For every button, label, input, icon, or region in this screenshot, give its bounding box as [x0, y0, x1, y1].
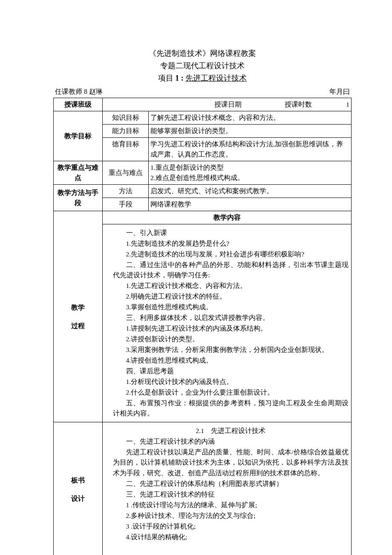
document-page: 《先进制造技术》网络课程教案 专题二现代工程设计技术 项目 1 : 先进工程设计…	[0, 0, 392, 555]
process-line: 2.什么是创新设计，企业为什么要注重创新设计。	[113, 387, 349, 398]
text-method: 启发式、研究式、讨论式和案例式教学。	[149, 185, 352, 198]
label-hours: 授课时数	[243, 99, 312, 110]
keydiff-line-2: 2.难点是创造性思维模式构成。	[150, 173, 349, 183]
class-info-cell: 授课日期 授课时数 1	[103, 98, 352, 111]
title-line-2: 专题二现代工程设计技术	[53, 60, 352, 72]
label-key-difficult: 教学重点与难点	[54, 161, 103, 185]
project-name: 先进工程设计技术	[185, 74, 247, 82]
label-key-difficult-sub: 重点与难点	[103, 161, 149, 185]
text-key-difficult: 1.重点是创新设计的类型 2.难点是创造性思维模式构成。	[149, 161, 352, 185]
process-line: 4.讲授创造性思维模式构成。	[113, 355, 349, 366]
process-line: 三、利用多媒体技术，以启发式讲授教学内容。	[113, 313, 349, 323]
keydiff-line-1: 1.重点是创新设计的类型	[150, 163, 349, 173]
board-line: 三、先进工程设计技术的特征	[113, 489, 349, 500]
board-line: 3 .设计手段的计算机化;	[113, 521, 349, 532]
process-line: 1.讲授制先进工程设计技术的内涵及体系结构。	[113, 323, 349, 334]
label-goals: 教学目标	[54, 111, 103, 161]
process-content: 一、引入新课 1.先进制造技术的发展趋势是什么? 2.先进制造技术的出现与发展，…	[112, 226, 350, 421]
label-method: 方法	[103, 185, 149, 198]
process-line: 1.先进制造技术的发展趋势是什么?	[113, 238, 349, 249]
row-content-header: 教学 过程 教学内容	[54, 211, 352, 224]
label-method-group: 教学方法与手段	[54, 185, 103, 211]
text-means: 网络课程教学	[149, 198, 352, 211]
process-line: 2.明确先进工程设计技术的特征。	[113, 291, 349, 302]
process-line: 1.分析现代设计技术的内涵及特点。	[113, 377, 349, 387]
process-line: 2.讲授创新设计的类型。	[113, 334, 349, 344]
board-line: 先进工程设计技以满足产品的质量、性能、时间、成本/价格综合效益最优为目的，以计算…	[113, 447, 349, 478]
project-number: 1 :	[175, 74, 185, 82]
label-date: 授课日期	[104, 99, 242, 110]
label-ability-goal: 能力目标	[103, 125, 149, 138]
text-moral-goal: 学习先进工程设计的体系结构和设计方法,加强创新思维训练，养成严肃、认真的工作态度…	[149, 138, 352, 161]
process-line: 一、引入新课	[113, 228, 349, 238]
teacher-label: 任课教师 8 赵琳	[55, 87, 103, 97]
title-line-1: 《先进制造技术》网络课程教案	[53, 48, 352, 59]
value-hours: 1	[346, 99, 349, 110]
board-line: 1 .传统设计理论与方法的继承、延伸与扩展;	[113, 500, 349, 510]
label-means: 手段	[103, 198, 149, 211]
board-line: 二、先进工程设计的体系结构（利用图表形式讲解）	[113, 479, 349, 489]
board-spacer	[103, 422, 110, 555]
label-board-2: 设计	[55, 489, 101, 508]
text-knowledge-goal: 了解先进工程设计技术概念、内容和方法。	[149, 111, 352, 125]
process-content-cell: 一、引入新课 1.先进制造技术的发展趋势是什么? 2.先进制造技术的出现与发展，…	[110, 224, 352, 422]
process-line: 1.先进工程设计技术概念、内容和方法。	[113, 281, 349, 291]
row-key-difficult: 教学重点与难点 重点与难点 1.重点是创新设计的类型 2.难点是创造性思维模式构…	[54, 161, 352, 185]
row-goal-knowledge: 教学目标 知识目标 了解先进工程设计技术概念、内容和方法。	[54, 111, 352, 125]
board-content: 2.1 先进工程设计技术 一、先进工程设计技术的内涵 先进工程设计技以满足产品的…	[112, 424, 350, 555]
board-content-cell: 2.1 先进工程设计技术 一、先进工程设计技术的内涵 先进工程设计技以满足产品的…	[110, 422, 352, 555]
label-moral-goal: 德育目标	[103, 138, 149, 161]
row-method: 教学方法与手段 方法 启发式、研究式、讨论式和案例式教学。	[54, 185, 352, 198]
date-label: 年月曰	[329, 87, 350, 97]
process-line: 二、通过生活中的各种产品的外形、功能和材料选择，引出本节课主题现代先进设计技术，…	[113, 260, 349, 280]
row-board: 板书 设计 2.1 先进工程设计技术 一、先进工程设计技术的内涵 先进工程设计技…	[54, 422, 352, 555]
process-line: 四、课后思考题	[113, 366, 349, 376]
meta-line: 任课教师 8 赵琳 年月曰	[53, 87, 352, 98]
label-content-header: 教学内容	[103, 211, 352, 224]
process-spacer	[103, 224, 110, 422]
label-board-1: 板书	[55, 471, 101, 489]
process-line: 3.掌握创造性思维模式构成。	[113, 302, 349, 312]
lesson-plan-table: 授课班级 授课日期 授课时数 1 教学目标 知识目标 了解先进工程设计技术概念、…	[53, 98, 352, 555]
process-line: 五、布置预习作业：根据提供的参考资料，预习逆向工程及全生命周期设计相关内容。	[113, 398, 349, 418]
process-line: 3.采用案例教学法，分析采用案例教学法，分析国内企业创新现状。	[113, 345, 349, 355]
label-process-1: 教学	[55, 298, 101, 317]
row-class-info: 授课班级 授课日期 授课时数 1	[54, 98, 352, 111]
board-line: 一、先进工程设计技术的内涵	[113, 436, 349, 447]
board-section-title: 2.1 先进工程设计技术	[113, 426, 349, 436]
text-ability-goal: 能够掌握创新设计的类型。	[149, 125, 352, 138]
label-process-2: 过程	[55, 317, 101, 335]
process-line: 2.先进制造技术的出现与发展，对社会进步有哪些积极影响?	[113, 249, 349, 259]
board-line: 4.设计结果的精确化;	[113, 532, 349, 542]
label-class: 授课班级	[54, 98, 103, 111]
document-title-block: 《先进制造技术》网络课程教案 专题二现代工程设计技术 项目 1 : 先进工程设计…	[53, 48, 352, 84]
label-process: 教学 过程	[54, 211, 103, 422]
title-line-3: 项目 1 : 先进工程设计技术	[53, 73, 352, 84]
board-line: 2.多种设计技术、理论与方法的交叉与综合;	[113, 511, 349, 521]
label-board: 板书 设计	[54, 422, 103, 555]
project-prefix: 项目	[158, 74, 176, 82]
label-knowledge-goal: 知识目标	[103, 111, 149, 125]
